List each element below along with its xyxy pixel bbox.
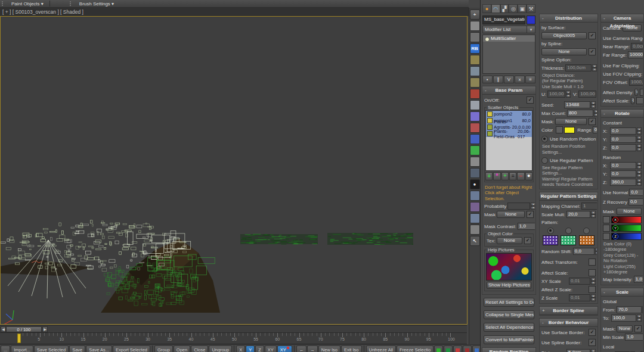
checkbox[interactable] xyxy=(603,233,610,240)
affect-scale-curve-button[interactable]: Curve... xyxy=(631,97,634,104)
remove-object-button[interactable]: − xyxy=(517,172,524,180)
select-all-dependences-button[interactable]: Select All Dependences xyxy=(484,323,534,332)
object-name-field[interactable]: MS_base_Vegetation xyxy=(482,15,525,24)
spinner[interactable]: ▲▼ xyxy=(566,91,571,98)
freeze-selectio-button[interactable]: Freeze Selectio xyxy=(397,345,434,352)
rb-plugin-icon[interactable]: RB xyxy=(470,43,480,54)
save-selected-button[interactable]: Save Selected xyxy=(34,345,69,352)
checkbox[interactable]: ✓ xyxy=(589,118,596,125)
rollout-header[interactable]: -Distribution xyxy=(540,14,597,23)
lattice-tool-icon[interactable] xyxy=(470,111,480,122)
chevron-down-icon[interactable]: ▾ xyxy=(527,26,535,33)
none-button[interactable]: None xyxy=(541,48,587,55)
remove-modifier-icon[interactable]: x xyxy=(515,76,525,83)
value-field[interactable]: 5,0cm xyxy=(566,349,590,352)
add-tool-icon[interactable]: + xyxy=(470,10,480,20)
radio[interactable] xyxy=(541,136,548,142)
expand-list-button[interactable]: ≡ xyxy=(509,172,516,180)
checkbox[interactable]: ✓ xyxy=(527,211,534,218)
color-swatch[interactable] xyxy=(564,127,575,133)
save-as-button[interactable]: Save As... xyxy=(86,345,112,352)
select-cursor-icon[interactable]: ↖ xyxy=(470,236,480,246)
brush-settings-dropdown[interactable]: Brush Settings ▾ xyxy=(75,0,119,7)
checkbox[interactable]: ✓ xyxy=(524,237,531,244)
value-field[interactable]: 0,0 xyxy=(629,189,643,196)
convert-to-multipainter-button[interactable]: Convert to MultiPainter xyxy=(484,335,534,344)
spinner[interactable]: ▲▼ xyxy=(591,211,596,218)
checkbox[interactable] xyxy=(589,286,596,293)
open-button[interactable]: Open xyxy=(174,345,190,352)
axis-gradient-x[interactable]: X xyxy=(611,216,642,223)
rollout-header[interactable]: -Camera Adaptation xyxy=(601,14,643,23)
teapot-button[interactable]: ● xyxy=(525,172,532,180)
object005-button[interactable]: Object005 xyxy=(541,32,587,39)
viewport-label[interactable]: [ + ] [ S00103_overscan ] [ Shaded ] xyxy=(0,8,469,16)
spinner[interactable]: ▲▼ xyxy=(637,162,642,169)
spinner[interactable]: ▲▼ xyxy=(591,278,596,285)
value-field[interactable]: 13488 xyxy=(564,101,590,108)
spinner[interactable]: ▲▼ xyxy=(637,314,642,322)
x-button[interactable]: X xyxy=(236,345,245,352)
radio[interactable] xyxy=(583,228,590,234)
checkbox[interactable]: ✓ xyxy=(634,325,642,332)
viewport[interactable] xyxy=(0,16,467,325)
axis-gradient-y[interactable]: Y xyxy=(611,225,642,232)
value-field[interactable]: 100,00 xyxy=(578,91,596,98)
spinner[interactable]: ▲▼ xyxy=(592,64,597,71)
rollout-header[interactable]: +Border Spline xyxy=(540,307,597,315)
checkbox[interactable]: ✓ xyxy=(589,329,596,336)
lock-tool-icon[interactable] xyxy=(470,213,480,223)
status-icon-5[interactable] xyxy=(472,345,480,352)
checkbox[interactable] xyxy=(556,126,563,133)
modifier-stack-item[interactable]: MultiScatter xyxy=(483,35,535,42)
rollout-header[interactable]: -Random Position Settings xyxy=(482,348,535,352)
brush-tool-icon[interactable] xyxy=(470,21,480,31)
x-button[interactable]: ... xyxy=(1,345,10,352)
spinner[interactable]: ▲▼ xyxy=(595,248,597,255)
show-end-result-icon[interactable]: ∥ xyxy=(493,76,503,83)
checkbox[interactable] xyxy=(589,269,596,276)
rollout-header[interactable]: -Regular Pattern Settings xyxy=(540,192,597,201)
pattern-option[interactable] xyxy=(543,228,558,245)
scatter-objects-list[interactable]: pompon280,0pompon180,0Plants-Agrostis-(2… xyxy=(485,110,532,171)
add-proxy-flower-button[interactable]: * xyxy=(493,172,500,180)
value-field[interactable]: 1,0 xyxy=(634,276,643,283)
paint-objects-dropdown[interactable]: Paint Objects ▾ xyxy=(7,0,48,7)
radio[interactable] xyxy=(565,228,572,234)
previous-frame-button[interactable]: ◀ xyxy=(1,326,6,332)
spinner[interactable]: ▲▼ xyxy=(591,349,596,352)
modifier-list-dropdown[interactable]: Modifier List ▾ xyxy=(482,26,535,33)
checkbox[interactable]: ✓ xyxy=(589,339,596,346)
time-slider-handle[interactable]: 0 / 100 xyxy=(6,326,42,332)
new-iso-button[interactable]: New Iso xyxy=(318,345,340,352)
value-field[interactable]: 0,0 xyxy=(573,248,595,255)
import-button[interactable]: Import... xyxy=(11,345,33,352)
checkbox[interactable] xyxy=(603,225,610,232)
z-button[interactable]: Z xyxy=(255,345,264,352)
spinner[interactable]: ▲▼ xyxy=(591,294,596,301)
value-field[interactable]: 70,0 xyxy=(617,306,642,313)
value-field[interactable]: 1,0 xyxy=(625,334,643,341)
rollout-header[interactable]: -Border Behaviour xyxy=(540,319,597,327)
x-button[interactable]: ← xyxy=(296,345,307,352)
checkbox[interactable]: ✓ xyxy=(589,32,596,39)
add-list-button[interactable]: + xyxy=(501,172,509,180)
toolbar-grip-icon[interactable] xyxy=(2,1,5,6)
value-field[interactable]: 100,0 xyxy=(611,314,636,322)
spinner[interactable]: ▲▼ xyxy=(591,101,596,108)
snap-tool-icon[interactable] xyxy=(470,32,480,42)
value-field[interactable]: 20,0 xyxy=(566,211,590,218)
value-field[interactable]: 0,0cm xyxy=(631,43,643,50)
mask-button[interactable]: None xyxy=(617,208,642,215)
tab-utilities[interactable]: ⚒ xyxy=(527,4,535,13)
value-field[interactable]: 0,0 xyxy=(628,198,643,205)
tab-display[interactable]: ▣ xyxy=(518,4,527,13)
shapes-b-icon[interactable] xyxy=(470,134,480,144)
spinner[interactable]: ▲▼ xyxy=(637,136,642,143)
mask-none-button[interactable]: None xyxy=(555,118,587,125)
export-selected-button[interactable]: Export Selected xyxy=(113,345,150,352)
axis-gradient-z[interactable]: Z xyxy=(611,233,642,240)
exit-iso-button[interactable]: Exit Iso xyxy=(341,345,362,352)
ungroup-button[interactable]: Ungroup xyxy=(209,345,232,352)
spinner[interactable]: ▲▼ xyxy=(637,144,642,151)
